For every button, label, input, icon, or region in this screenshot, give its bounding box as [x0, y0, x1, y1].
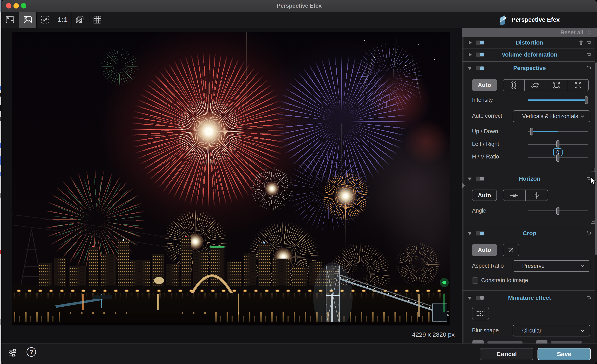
chevron-down-icon — [581, 265, 585, 267]
panel-collapse-handle[interactable] — [462, 183, 465, 188]
miniature-section-title[interactable]: Miniature effect — [462, 294, 597, 301]
distortion-trash-icon[interactable] — [578, 40, 584, 45]
chevron-down-icon — [581, 329, 585, 332]
vertical-level-tool-icon[interactable] — [526, 190, 548, 201]
mouse-cursor — [590, 177, 597, 186]
volume-undo-icon[interactable] — [586, 52, 592, 57]
aspect-ratio-label: Aspect Ratio — [472, 263, 504, 269]
crop-icon — [507, 246, 515, 254]
perspective-collapse-box[interactable] — [591, 168, 595, 172]
app-brand-name: Perspective Efex — [512, 16, 560, 23]
left-right-label: Left / Right — [472, 141, 499, 147]
tilt-shift-icon — [475, 309, 486, 318]
perspective-section-title[interactable]: Perspective — [462, 65, 597, 71]
distortion-undo-icon[interactable] — [586, 40, 592, 45]
crop-auto-button[interactable]: Auto — [472, 244, 497, 256]
constrain-to-image-label[interactable]: Constrain to image — [481, 277, 528, 284]
reset-all-undo-icon[interactable] — [587, 29, 592, 35]
aspect-ratio-dropdown[interactable]: Preserve — [513, 260, 590, 272]
volume-section-title[interactable]: Volume deformation — [462, 51, 597, 58]
footer-bar: ? Cancel Save — [1, 343, 597, 364]
crop-tool-button[interactable] — [503, 244, 519, 256]
app-brand: Perspective Efex — [499, 14, 560, 25]
crop-undo-icon[interactable] — [586, 230, 592, 236]
title-bar: Perspective Efex — [1, 0, 597, 12]
distortion-section-title[interactable]: Distortion — [462, 39, 597, 46]
free-points-tool-icon[interactable] — [567, 79, 588, 91]
miniature-tool-button[interactable] — [472, 307, 489, 320]
image-size-label: 4229 x 2820 px — [412, 331, 455, 338]
hv-ratio-label: H / V Ratio — [472, 154, 499, 160]
single-view-icon[interactable] — [23, 15, 32, 24]
panel-scrollbar[interactable] — [595, 37, 597, 343]
zoom-100-button[interactable]: 1:1 — [58, 16, 68, 23]
close-window-button[interactable] — [6, 3, 11, 8]
partial-toggle[interactable] — [536, 340, 548, 343]
blur-shape-label: Blur shape — [472, 327, 499, 334]
horizon-auto-button[interactable]: Auto — [472, 190, 497, 201]
intensity-label: Intensity — [472, 97, 493, 103]
background-window-sliver — [0, 0, 1, 364]
toolbar: 1:1 — [1, 12, 597, 28]
editor-canvas: 4229 x 2820 px — [1, 28, 462, 343]
constrain-to-image-checkbox[interactable] — [472, 277, 478, 284]
minimize-window-button[interactable] — [14, 3, 19, 8]
crop-section-title[interactable]: Crop — [462, 230, 597, 237]
window-title: Perspective Efex — [1, 0, 597, 12]
rectangle-tool-icon[interactable] — [546, 79, 567, 91]
app-window: Perspective Efex — [1, 0, 597, 364]
cancel-button[interactable]: Cancel — [480, 348, 533, 360]
help-icon[interactable]: ? — [27, 347, 36, 357]
perspective-overlay-icon[interactable] — [75, 15, 84, 24]
perspective-auto-button[interactable]: Auto — [472, 79, 497, 91]
zoom-fit-icon[interactable] — [41, 15, 50, 24]
compare-view-icon[interactable] — [5, 15, 15, 24]
up-down-label: Up / Down — [472, 128, 498, 135]
vertical-lines-tool-icon[interactable] — [503, 79, 525, 91]
perspective-efex-logo-icon — [499, 15, 508, 25]
angle-label: Angle — [472, 208, 486, 214]
partial-toggle[interactable] — [472, 340, 484, 343]
settings-sliders-icon[interactable] — [8, 348, 17, 357]
horizontal-level-tool-icon[interactable] — [503, 190, 526, 201]
auto-correct-label: Auto correct — [472, 113, 502, 119]
horizontal-lines-tool-icon[interactable] — [525, 79, 546, 91]
horizon-collapse-box[interactable] — [591, 220, 595, 224]
chevron-down-icon — [581, 115, 585, 118]
auto-correct-value: Verticals & Horizontals — [522, 113, 581, 120]
vignette — [12, 32, 450, 325]
zoom-window-button[interactable] — [21, 3, 26, 8]
miniature-undo-icon[interactable] — [586, 295, 592, 300]
reset-all-bar: Reset all — [462, 28, 597, 37]
reset-all-button[interactable]: Reset all — [560, 29, 583, 36]
save-button[interactable]: Save — [537, 348, 591, 360]
blur-shape-dropdown[interactable]: Circular — [513, 325, 590, 336]
perspective-tool-group — [503, 79, 589, 91]
horizon-tool-group — [503, 190, 548, 201]
perspective-undo-icon[interactable] — [586, 65, 592, 71]
aspect-ratio-value: Preserve — [522, 263, 581, 269]
horizon-section-title[interactable]: Horizon — [462, 176, 597, 182]
corrections-panel: Reset all Distortion Volume deformation — [462, 28, 597, 343]
fireworks-photo[interactable] — [12, 32, 450, 325]
auto-correct-dropdown[interactable]: Verticals & Horizontals — [513, 110, 590, 122]
grid-icon[interactable] — [93, 15, 102, 24]
blur-shape-value: Circular — [522, 327, 581, 334]
